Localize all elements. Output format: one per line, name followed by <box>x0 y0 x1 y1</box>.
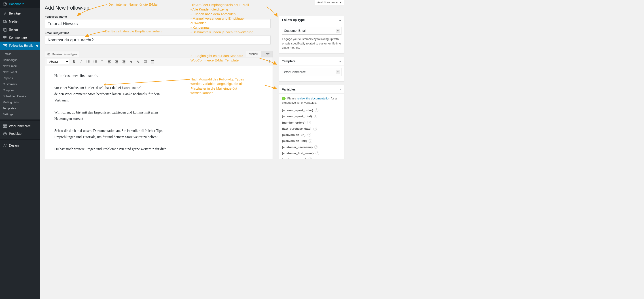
variable-row[interactable]: {customer_username}? <box>282 144 342 150</box>
variable-row[interactable]: {webversion_link}? <box>282 138 342 144</box>
variables-hint: ! Please review the documentation for an… <box>282 96 342 105</box>
align-center-button[interactable] <box>114 59 119 64</box>
editor-content[interactable]: Hallo {customer_first_name}, vor einer W… <box>45 66 273 159</box>
sidebar-label: Dashboard <box>9 2 24 6</box>
variable-row[interactable]: {last_purchase_date}? <box>282 126 342 132</box>
add-media-button[interactable]: Dateien hinzufügen <box>45 51 80 57</box>
variables-header[interactable]: Variables ▲ <box>279 85 344 94</box>
sidebar-item-products[interactable]: Produkte <box>0 130 40 138</box>
template-box: Template ▲ WooCommerce ▼ <box>279 57 344 82</box>
sidebar-subitem-templates[interactable]: Templates <box>0 105 40 111</box>
sidebar-subitem-coupons[interactable]: Coupons <box>0 87 40 93</box>
sidebar-item-media[interactable]: Medien <box>0 17 40 25</box>
help-icon[interactable]: ? <box>308 139 312 143</box>
info-icon: ! <box>282 97 286 100</box>
bold-button[interactable]: B <box>71 59 76 64</box>
sidebar-submenu: Emails Campaigns New Email New Tweet Rep… <box>0 50 40 119</box>
svg-text:3: 3 <box>94 62 94 63</box>
sidebar-label: Kommentare <box>9 36 27 39</box>
variables-doc-link[interactable]: review the documentation <box>297 97 330 100</box>
unlink-button[interactable] <box>136 59 141 64</box>
sidebar-label: WooCommerce <box>9 124 31 128</box>
sidebar-item-woocommerce[interactable]: woo WooCommerce <box>0 122 40 130</box>
variable-row[interactable]: {amount_spent_total}? <box>282 113 342 120</box>
editor-tabs974: Visuell Text <box>246 51 273 57</box>
template-header[interactable]: Template ▲ <box>279 57 344 65</box>
subject-input[interactable] <box>45 35 270 44</box>
sidebar-subitem-new-email[interactable]: New Email <box>0 63 40 69</box>
help-icon[interactable]: ? <box>307 121 311 124</box>
sidebar-subitem-mailing-lists[interactable]: Mailing Lists <box>0 99 40 105</box>
tab-visual[interactable]: Visuell <box>246 51 261 57</box>
sidebar-subitem-campaigns[interactable]: Campaigns <box>0 57 40 63</box>
followup-name-input[interactable] <box>45 19 270 28</box>
followup-type-select[interactable]: Customer Email ▼ <box>282 27 342 35</box>
svg-rect-21 <box>108 63 110 63</box>
help-icon[interactable]: ? <box>308 158 312 159</box>
sidebar-item-followup-emails[interactable]: Follow-Up Emails ◀ <box>0 41 40 50</box>
sidebar-subitem-emails[interactable]: Emails <box>0 51 40 57</box>
variable-row[interactable]: {customer_name}? <box>282 156 342 159</box>
collapse-icon: ▲ <box>339 60 342 63</box>
sidebar-subitem-customers[interactable]: Customers <box>0 81 40 87</box>
sidebar-item-dashboard[interactable]: Dashboard <box>0 0 40 8</box>
followup-type-desc: Engage your customers by following up wi… <box>282 37 342 50</box>
blockquote-button[interactable]: “ <box>100 59 105 64</box>
help-icon[interactable]: ? <box>313 127 317 130</box>
align-left-button[interactable] <box>107 59 112 64</box>
help-icon[interactable]: ? <box>314 145 318 149</box>
sidebar-label: Follow-Up Emails <box>9 44 33 47</box>
number-list-button[interactable]: 123 <box>93 59 98 64</box>
body-line: Schau dir doch mal unsere Dokumentation … <box>54 128 263 134</box>
variable-token: {number_orders} <box>282 120 306 125</box>
sidebar-subitem-settings[interactable]: Settings <box>0 111 40 117</box>
svg-point-10 <box>86 62 87 63</box>
template-title: Template <box>282 59 296 63</box>
fullscreen-button[interactable] <box>266 59 271 64</box>
svg-rect-19 <box>108 61 110 62</box>
page-icon <box>3 27 7 32</box>
sidebar-item-pages[interactable]: Seiten <box>0 25 40 33</box>
sidebar-subitem-reports[interactable]: Reports <box>0 75 40 81</box>
variable-row[interactable]: {number_orders}? <box>282 120 342 126</box>
readmore-button[interactable] <box>143 59 148 64</box>
svg-rect-24 <box>116 62 118 62</box>
sidebar-subitem-new-tweet[interactable]: New Tweet <box>0 69 40 75</box>
toolbar-toggle-button[interactable] <box>150 59 155 64</box>
documentation-link[interactable]: Dokumentation <box>93 129 116 133</box>
svg-rect-25 <box>116 63 118 63</box>
align-right-button[interactable] <box>122 59 126 64</box>
sidebar-item-posts[interactable]: Beiträge <box>0 9 40 17</box>
svg-rect-7 <box>88 60 90 61</box>
help-icon[interactable]: ? <box>316 152 319 155</box>
sidebar-subitem-scheduled[interactable]: Scheduled Emails <box>0 93 40 99</box>
variables-title: Variables <box>282 88 296 91</box>
pin-icon <box>3 11 7 16</box>
italic-button[interactable]: I <box>78 59 84 64</box>
followup-type-box: Follow-up Type ▲ Customer Email ▼ Engage… <box>279 16 344 53</box>
variable-row[interactable]: {amount_spent_order}? <box>282 107 342 113</box>
tab-text[interactable]: Text <box>261 51 273 57</box>
variables-list: {amount_spent_order}?{amount_spent_total… <box>282 107 342 159</box>
sidebar-item-comments[interactable]: Kommentare <box>0 33 40 41</box>
svg-rect-38 <box>151 62 152 63</box>
variable-row[interactable]: {customer_first_name}? <box>282 150 342 156</box>
product-icon <box>3 131 7 136</box>
help-icon[interactable]: ? <box>308 133 311 137</box>
link-button[interactable] <box>128 59 134 64</box>
svg-point-6 <box>86 60 87 61</box>
template-select[interactable]: WooCommerce ▼ <box>282 68 342 76</box>
variable-token: {amount_spent_total} <box>282 114 312 119</box>
variable-row[interactable]: {webversion_url}? <box>282 132 342 138</box>
svg-rect-9 <box>88 61 90 62</box>
help-icon[interactable]: ? <box>314 115 317 118</box>
sidebar-label: Produkte <box>9 132 22 135</box>
screen-options-toggle[interactable]: Ansicht anpassen ▼ <box>315 0 344 5</box>
body-line: Wir hoffen, du bist mit den Ergebnissen … <box>54 109 263 116</box>
bullet-list-button[interactable] <box>86 59 90 64</box>
help-icon[interactable]: ? <box>315 108 318 112</box>
sidebar-item-design[interactable]: Design <box>0 141 40 149</box>
followup-type-header[interactable]: Follow-up Type ▲ <box>279 16 344 24</box>
format-select[interactable]: Absatz <box>47 59 69 64</box>
variable-token: {amount_spent_order} <box>282 108 313 113</box>
